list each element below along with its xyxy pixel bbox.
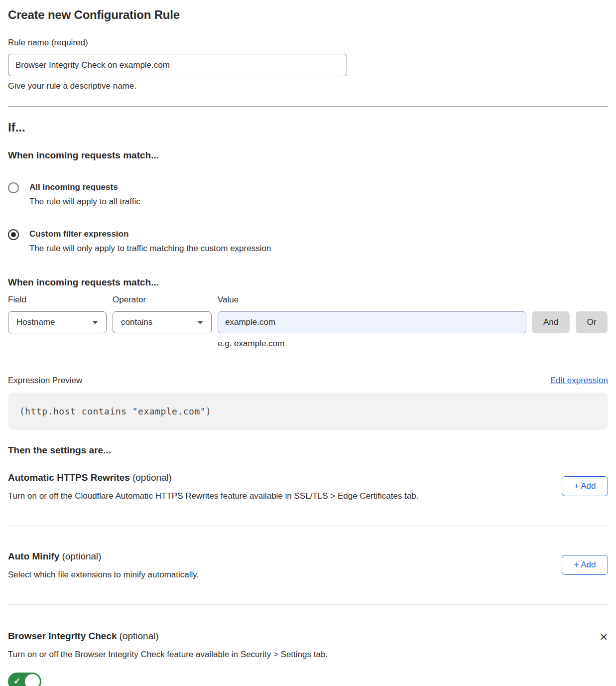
setting-auto-minify: Auto Minify(optional) Select which file … — [8, 551, 608, 580]
radio-button-selected[interactable] — [8, 229, 19, 240]
setting-title: Auto Minify(optional) — [8, 551, 550, 562]
optional-tag: (optional) — [120, 631, 159, 641]
match-heading: When incoming requests match... — [8, 150, 608, 161]
value-label: Value — [218, 295, 526, 305]
if-heading: If... — [8, 121, 608, 135]
setting-automatic-https-rewrites: Automatic HTTPS Rewrites(optional) Turn … — [8, 472, 608, 502]
page-title: Create new Configuration Rule — [8, 8, 608, 22]
value-hint: e.g. example.com — [218, 339, 526, 349]
operator-select[interactable]: contains — [113, 311, 212, 333]
rule-name-helper: Give your rule a descriptive name. — [8, 81, 608, 91]
toggle-knob — [25, 674, 40, 686]
radio-label[interactable]: Custom filter expression — [29, 229, 271, 240]
radio-option-all-incoming[interactable]: All incoming requests The rule will appl… — [8, 182, 608, 207]
check-icon: ✓ — [13, 676, 20, 686]
chevron-down-icon — [92, 321, 98, 324]
optional-tag: (optional) — [132, 472, 172, 483]
browser-integrity-check-toggle[interactable]: ✓ — [8, 673, 41, 686]
setting-description: Select which file extensions to minify a… — [8, 569, 550, 580]
chevron-down-icon — [197, 321, 203, 324]
optional-tag: (optional) — [62, 551, 101, 561]
field-label: Field — [8, 295, 107, 305]
setting-description: Turn on or off the Cloudflare Automatic … — [8, 491, 550, 502]
section-divider — [8, 106, 608, 107]
field-select[interactable]: Hostname — [8, 311, 107, 333]
radio-button-unselected[interactable] — [8, 182, 19, 193]
add-button[interactable]: + Add — [562, 555, 608, 575]
rule-name-input[interactable] — [8, 54, 347, 76]
operator-select-value: contains — [121, 317, 152, 327]
rule-name-label: Rule name (required) — [8, 38, 608, 48]
edit-expression-link[interactable]: Edit expression — [550, 376, 608, 386]
setting-title: Browser Integrity Check(optional) — [8, 631, 587, 642]
expression-preview-label: Expression Preview — [8, 376, 82, 386]
expression-preview-box: (http.host contains "example.com") — [8, 393, 608, 430]
field-select-value: Hostname — [16, 317, 55, 327]
create-configuration-rule-page: Create new Configuration Rule Rule name … — [0, 8, 616, 686]
section-divider — [8, 526, 608, 526]
expression-builder-row: Field Hostname Operator contains Value e… — [8, 295, 608, 349]
setting-description: Turn on or off the Browser Integrity Che… — [8, 649, 587, 660]
section-divider — [8, 604, 608, 605]
and-button[interactable]: And — [532, 311, 570, 333]
value-input[interactable] — [218, 311, 526, 333]
operator-label: Operator — [113, 295, 212, 305]
or-button[interactable]: Or — [576, 311, 608, 333]
setting-title: Automatic HTTPS Rewrites(optional) — [8, 472, 550, 483]
radio-description: The rule will only apply to traffic matc… — [29, 243, 271, 254]
close-icon[interactable]: ✕ — [599, 632, 608, 642]
radio-description: The rule will apply to all traffic — [29, 196, 140, 207]
setting-browser-integrity-check: Browser Integrity Check(optional) Turn o… — [8, 631, 608, 686]
then-settings-heading: Then the settings are... — [8, 445, 608, 456]
radio-label[interactable]: All incoming requests — [29, 182, 140, 193]
radio-option-custom-filter[interactable]: Custom filter expression The rule will o… — [8, 229, 608, 254]
expression-builder-heading: When incoming requests match... — [8, 277, 608, 288]
add-button[interactable]: + Add — [562, 476, 608, 496]
